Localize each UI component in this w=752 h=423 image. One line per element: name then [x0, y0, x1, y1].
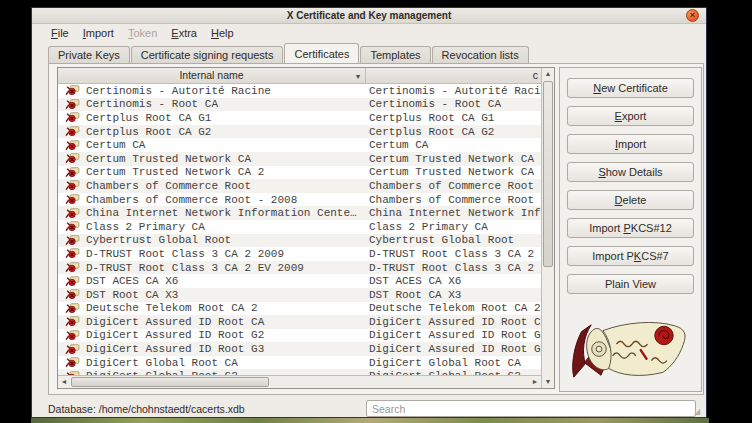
new-certificate-button[interactable]: New Certificate — [567, 78, 694, 98]
row-internal-name: DigiCert Assured ID Root G3 — [86, 343, 366, 355]
certificate-icon — [58, 208, 86, 219]
table-row[interactable]: Certum Trusted Network CA Certum Trusted… — [58, 152, 541, 166]
table-header: Internal name ▾ c — [58, 68, 541, 84]
search-input[interactable] — [366, 400, 696, 417]
table-row[interactable]: Chambers of Commerce Root Chambers of Co… — [58, 179, 541, 193]
certificate-icon — [58, 194, 86, 205]
certificate-rows: Certinomis - Autorité Racine Certinomis … — [58, 84, 541, 375]
row-internal-name: Certinomis - Autorité Racine — [86, 85, 366, 97]
tab-csr[interactable]: Certificate signing requests — [131, 46, 284, 63]
row-common-name: Certum Trusted Network CA — [366, 153, 541, 165]
tab-private-keys[interactable]: Private Keys — [48, 46, 130, 63]
row-internal-name: Deutsche Telekom Root CA 2 — [86, 302, 366, 314]
row-common-name: Certum CA — [366, 139, 541, 151]
row-common-name: China Internet Network Information Cente… — [366, 207, 541, 219]
table-row[interactable]: Deutsche Telekom Root CA 2 Deutsche Tele… — [58, 302, 541, 316]
table-row[interactable]: Certplus Root CA G2 Certplus Root CA G2 — [58, 125, 541, 139]
table-row[interactable]: Certplus Root CA G1 Certplus Root CA G1 — [58, 111, 541, 125]
table-row[interactable]: China Internet Network Information Cente… — [58, 206, 541, 220]
tab-revocation-lists[interactable]: Revocation lists — [432, 46, 529, 63]
scroll-right-icon[interactable]: ► — [529, 376, 541, 388]
row-common-name: Deutsche Telekom Root CA 2 — [366, 302, 541, 314]
table-row[interactable]: Class 2 Primary CA Class 2 Primary CA — [58, 220, 541, 234]
scroll-up-icon[interactable]: ▲ — [542, 68, 554, 80]
horizontal-scrollbar-thumb[interactable] — [71, 377, 269, 387]
row-common-name: D-TRUST Root Class 3 CA 2 EV 2009 — [366, 262, 541, 274]
menu-token: Token — [121, 26, 164, 40]
certificate-icon — [58, 262, 86, 273]
menu-extra[interactable]: Extra — [164, 26, 204, 40]
row-internal-name: DigiCert Assured ID Root G2 — [86, 329, 366, 341]
row-internal-name: Chambers of Commerce Root - 2008 — [86, 194, 366, 206]
certificate-icon — [58, 357, 86, 368]
export-button[interactable]: Export — [567, 106, 694, 126]
table-row[interactable]: Chambers of Commerce Root - 2008 Chamber… — [58, 193, 541, 207]
table-row[interactable]: DigiCert Global Root CA DigiCert Global … — [58, 356, 541, 370]
row-internal-name: DigiCert Assured ID Root CA — [86, 316, 366, 328]
table-row[interactable]: DST ACES CA X6 DST ACES CA X6 — [58, 274, 541, 288]
status-bar: Database: /home/chohnstaedt/cacerts.xdb … — [48, 399, 696, 419]
row-internal-name: Certplus Root CA G2 — [86, 126, 366, 138]
row-internal-name: Cybertrust Global Root — [86, 234, 366, 246]
table-row[interactable]: DigiCert Assured ID Root CA DigiCert Ass… — [58, 315, 541, 329]
column-header-internal-name[interactable]: Internal name ▾ — [58, 68, 366, 83]
resize-grip[interactable]: ◢ — [694, 407, 702, 415]
row-common-name: DigiCert Assured ID Root G3 — [366, 343, 541, 355]
menu-import[interactable]: Import — [76, 26, 121, 40]
title-bar: X Certificate and Key management × — [32, 8, 706, 24]
vertical-scrollbar[interactable]: ▲ ▼ — [541, 68, 554, 388]
import-pkcs7-button[interactable]: Import PKCS#7 — [567, 246, 694, 266]
vertical-scrollbar-thumb[interactable] — [543, 81, 553, 267]
row-common-name: Certinomis - Autorité Racine — [366, 85, 541, 97]
import-button[interactable]: Import — [567, 134, 694, 154]
row-common-name: DigiCert Assured ID Root CA — [366, 316, 541, 328]
row-common-name: DST ACES CA X6 — [366, 275, 541, 287]
app-window: X Certificate and Key management × File … — [31, 7, 707, 418]
import-pkcs12-button[interactable]: Import PKCS#12 — [567, 218, 694, 238]
certificate-icon — [58, 303, 86, 314]
column-header-commonname[interactable]: c — [366, 68, 541, 83]
sort-indicator-icon: ▾ — [356, 69, 360, 84]
row-common-name: Certinomis - Root CA — [366, 98, 541, 110]
close-button[interactable]: × — [686, 9, 699, 22]
table-row[interactable]: Certinomis - Root CA Certinomis - Root C… — [58, 98, 541, 112]
row-common-name: Chambers of Commerce Root - 2008 — [366, 194, 541, 206]
table-row[interactable]: Certum CA Certum CA — [58, 138, 541, 152]
plain-view-button[interactable]: Plain View — [567, 274, 694, 294]
row-internal-name: Certum Trusted Network CA — [86, 153, 366, 165]
table-row[interactable]: DigiCert Assured ID Root G2 DigiCert Ass… — [58, 329, 541, 343]
table-row[interactable]: Certum Trusted Network CA 2 Certum Trust… — [58, 166, 541, 180]
row-internal-name: DST ACES CA X6 — [86, 275, 366, 287]
row-internal-name: Class 2 Primary CA — [86, 221, 366, 233]
row-internal-name: Certplus Root CA G1 — [86, 112, 366, 124]
table-row[interactable]: D-TRUST Root Class 3 CA 2 2009 D-TRUST R… — [58, 247, 541, 261]
certificate-icon — [58, 289, 86, 300]
horizontal-scrollbar[interactable]: ◄ ► — [58, 375, 541, 388]
row-common-name: Certplus Root CA G1 — [366, 112, 541, 124]
row-common-name: DST Root CA X3 — [366, 289, 541, 301]
table-row[interactable]: DST Root CA X3 DST Root CA X3 — [58, 288, 541, 302]
tab-certificates[interactable]: Certificates — [284, 43, 359, 63]
scroll-left-icon[interactable]: ◄ — [58, 376, 70, 388]
certificate-icon — [58, 140, 86, 151]
certificate-icon — [58, 330, 86, 341]
table-row[interactable]: DigiCert Assured ID Root G3 DigiCert Ass… — [58, 342, 541, 356]
table-row[interactable]: Certinomis - Autorité Racine Certinomis … — [58, 84, 541, 98]
tab-templates[interactable]: Templates — [360, 46, 430, 63]
certificate-icon — [58, 276, 86, 287]
certificate-icon — [58, 235, 86, 246]
menu-help[interactable]: Help — [204, 26, 241, 40]
row-internal-name: Certum Trusted Network CA 2 — [86, 166, 366, 178]
row-internal-name: Certinomis - Root CA — [86, 98, 366, 110]
certificate-icon — [58, 99, 86, 110]
show-details-button[interactable]: Show Details — [567, 162, 694, 182]
certificate-icon — [58, 153, 86, 164]
certificate-icon — [58, 85, 86, 96]
row-common-name: DigiCert Assured ID Root G2 — [366, 329, 541, 341]
menu-file[interactable]: File — [44, 26, 76, 40]
table-row[interactable]: D-TRUST Root Class 3 CA 2 EV 2009 D-TRUS… — [58, 261, 541, 275]
certificate-icon — [58, 248, 86, 259]
table-row[interactable]: Cybertrust Global Root Cybertrust Global… — [58, 234, 541, 248]
scroll-down-icon[interactable]: ▼ — [542, 376, 554, 388]
delete-button[interactable]: Delete — [567, 190, 694, 210]
